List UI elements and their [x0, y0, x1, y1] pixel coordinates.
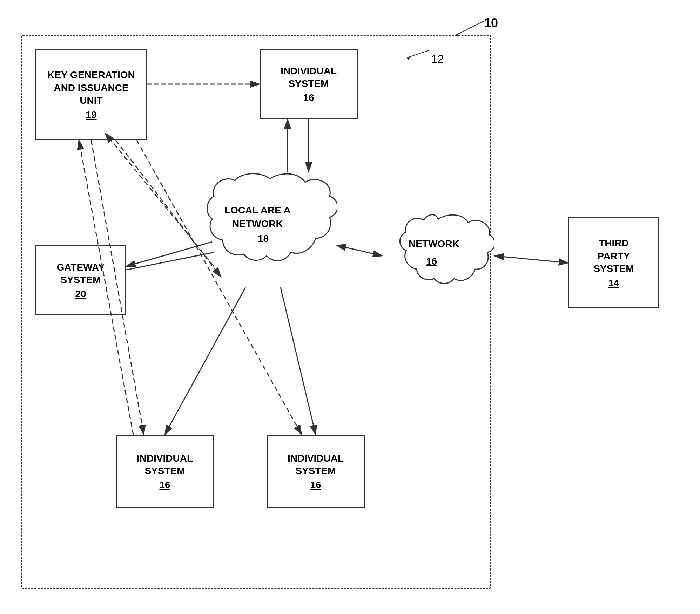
- ind-br-number: 16: [310, 479, 321, 491]
- ind-top-title-line2: SYSTEM: [288, 77, 329, 90]
- third-party-number: 14: [608, 278, 619, 289]
- ind-bl-number: 16: [159, 479, 170, 491]
- keygen-title-line3: UNIT: [80, 94, 102, 107]
- ind-br-title-line1: INDIVIDUAL: [288, 452, 344, 465]
- ind-bl-title-line1: INDIVIDUAL: [137, 452, 193, 465]
- keygen-title-line2: AND ISSUANCE: [54, 82, 128, 94]
- keygen-number: 19: [86, 109, 96, 121]
- ind-br-title-line2: SYSTEM: [295, 465, 336, 477]
- individual-system-top-box: INDIVIDUAL SYSTEM 16: [260, 49, 358, 119]
- third-party-title-line3: SYSTEM: [593, 262, 634, 275]
- ind-top-number: 16: [303, 92, 314, 103]
- network-cloud-number: 16: [426, 256, 437, 267]
- label-10: 10: [484, 16, 498, 30]
- gateway-title-line1: GATEWAY: [57, 261, 105, 274]
- individual-system-br-box: INDIVIDUAL SYSTEM 16: [267, 435, 365, 508]
- third-party-title-line1: THIRD: [599, 237, 629, 250]
- diagram-container: 10 12 KEY GENERATION AND ISSUANCE UNIT 1…: [14, 14, 686, 603]
- svg-line-0: [456, 21, 484, 35]
- third-party-title-line2: PARTY: [598, 250, 630, 262]
- local-network-cloud: LOCAL ARE A NETWORK 18: [203, 168, 337, 287]
- svg-marker-3: [407, 56, 411, 60]
- local-network-label: LOCAL ARE A NETWORK: [224, 203, 291, 231]
- ind-bl-title-line2: SYSTEM: [144, 465, 185, 477]
- keygen-box: KEY GENERATION AND ISSUANCE UNIT 19: [35, 49, 147, 140]
- svg-line-18: [494, 256, 568, 263]
- network-cloud: NETWORK 16: [382, 210, 494, 301]
- gateway-title-line2: SYSTEM: [60, 274, 101, 286]
- gateway-box: GATEWAY SYSTEM 20: [35, 245, 126, 315]
- third-party-box: THIRD PARTY SYSTEM 14: [568, 217, 659, 308]
- local-network-number: 18: [258, 233, 269, 244]
- keygen-title-line1: KEY GENERATION: [47, 69, 135, 81]
- network-cloud-label: NETWORK: [409, 238, 459, 250]
- arrow-12: [403, 47, 435, 63]
- ind-top-title-line1: INDIVIDUAL: [281, 65, 337, 77]
- individual-system-bl-box: INDIVIDUAL SYSTEM 16: [116, 435, 214, 508]
- gateway-number: 20: [75, 288, 86, 300]
